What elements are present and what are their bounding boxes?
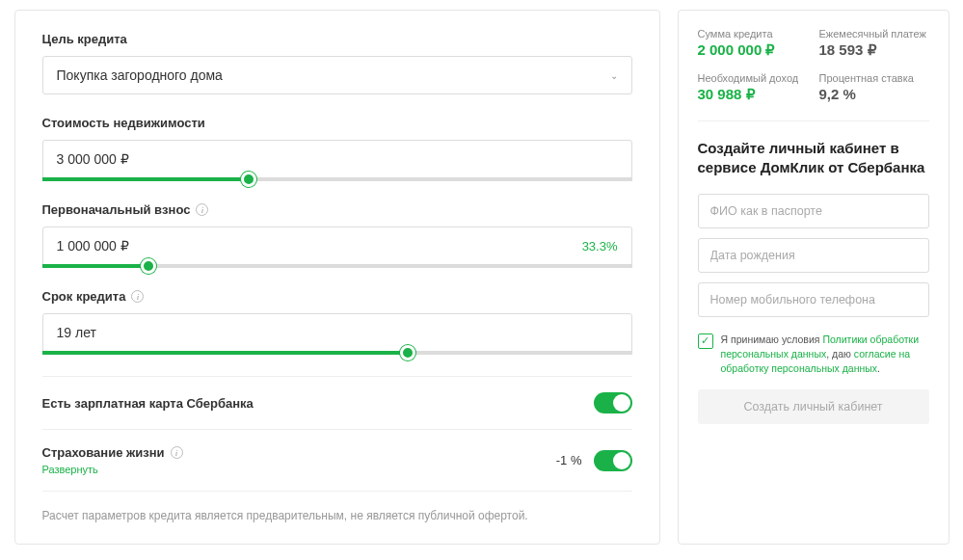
summary-rate: Процентная ставка 9,2 % [819,72,929,103]
dob-input[interactable] [698,238,929,273]
phone-input[interactable] [698,282,929,317]
downpayment-input[interactable]: 1 000 000 ₽ 33.3% [42,227,632,265]
info-icon[interactable]: i [196,203,208,216]
property-field: Стоимость недвижимости 3 000 000 ₽ [42,116,632,181]
property-slider-fill [42,177,249,181]
disclaimer-text: Расчет параметров кредита является предв… [42,509,632,522]
summary-income-value: 30 988 ₽ [698,86,808,103]
downpayment-slider[interactable] [42,264,632,268]
summary-rate-value: 9,2 % [819,86,929,102]
summary-income: Необходимый доход 30 988 ₽ [698,72,808,103]
summary-income-label: Необходимый доход [698,72,808,84]
property-slider[interactable] [42,177,632,181]
term-input[interactable]: 19 лет [42,313,632,352]
salary-card-row: Есть зарплатная карта Сбербанка [42,376,632,429]
summary-payment: Ежемесячный платеж 18 593 ₽ [819,28,929,59]
property-slider-thumb[interactable] [241,172,256,187]
term-slider[interactable] [42,351,632,355]
term-value: 19 лет [57,325,96,340]
signup-title: Создайте личный кабинет в сервисе ДомКли… [698,139,929,178]
toggle-knob [613,452,630,469]
summary-panel: Сумма кредита 2 000 000 ₽ Ежемесячный пл… [678,10,950,545]
property-value: 3 000 000 ₽ [57,151,129,167]
downpayment-slider-thumb[interactable] [141,258,156,274]
downpayment-label: Первоначальный взнос [42,202,191,217]
salary-card-toggle[interactable] [594,392,632,413]
downpayment-value: 1 000 000 ₽ [57,238,129,253]
insurance-discount: -1 % [556,453,582,467]
term-field: Срок кредита i 19 лет [42,289,632,355]
property-input[interactable]: 3 000 000 ₽ [42,140,632,178]
consent-checkbox[interactable]: ✓ [698,333,713,349]
create-account-button[interactable]: Создать личный кабинет [698,389,929,424]
purpose-field: Цель кредита Покупка загородного дома ⌄ [42,32,632,94]
summary-amount-label: Сумма кредита [698,28,808,40]
purpose-label: Цель кредита [42,32,632,46]
info-icon[interactable]: i [131,290,144,303]
downpayment-field: Первоначальный взнос i 1 000 000 ₽ 33.3% [42,202,632,268]
term-slider-thumb[interactable] [400,345,415,360]
summary-payment-label: Ежемесячный платеж [819,28,929,40]
purpose-value: Покупка загородного дома [57,67,223,83]
salary-card-label: Есть зарплатная карта Сбербанка [42,396,254,411]
insurance-row: Страхование жизни i Развернуть -1 % [42,429,632,492]
calculator-panel: Цель кредита Покупка загородного дома ⌄ … [14,10,660,545]
term-label: Срок кредита [42,289,126,304]
term-slider-fill [42,351,408,355]
toggle-knob [613,394,630,412]
downpayment-percent: 33.3% [582,239,618,253]
info-icon[interactable]: i [171,446,183,459]
summary-amount: Сумма кредита 2 000 000 ₽ [698,28,808,59]
fullname-input[interactable] [698,194,929,228]
summary-payment-value: 18 593 ₽ [819,41,929,59]
chevron-down-icon: ⌄ [610,70,618,81]
insurance-expand-link[interactable]: Развернуть [42,464,183,475]
downpayment-slider-fill [42,264,148,268]
property-label: Стоимость недвижимости [42,116,632,130]
insurance-label: Страхование жизни [42,445,165,460]
check-icon: ✓ [701,335,709,346]
summary-rate-label: Процентная ставка [819,72,929,84]
insurance-toggle[interactable] [594,450,632,471]
consent-text: Я принимаю условия Политики обработки пе… [721,333,929,377]
summary-amount-value: 2 000 000 ₽ [698,41,808,59]
purpose-select[interactable]: Покупка загородного дома ⌄ [42,56,632,94]
